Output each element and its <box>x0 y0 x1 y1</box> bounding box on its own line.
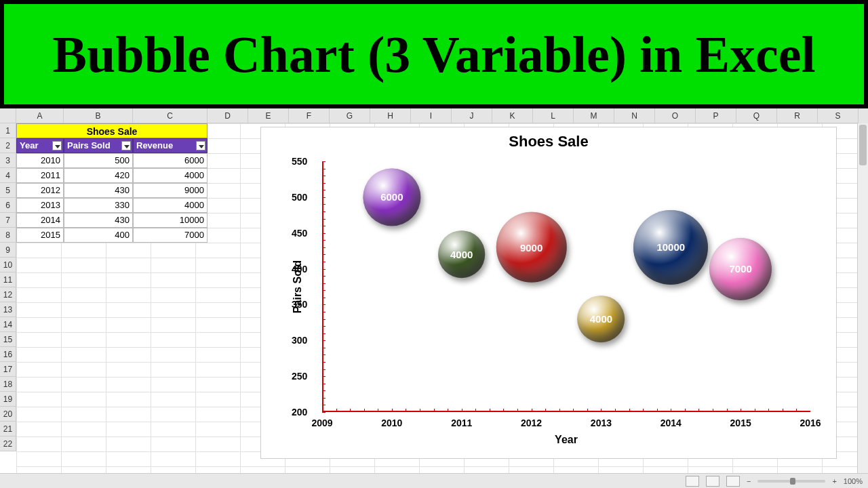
column-header[interactable]: B <box>64 108 133 123</box>
cell[interactable]: 9000 <box>133 183 208 198</box>
scroll-thumb[interactable] <box>859 125 867 165</box>
column-header[interactable]: P <box>696 108 736 123</box>
bubble-point[interactable]: 7000 <box>709 238 772 300</box>
row-header[interactable]: 4 <box>0 168 16 183</box>
zoom-out-button[interactable]: − <box>747 477 751 485</box>
cell[interactable]: 4000 <box>133 198 208 213</box>
cell[interactable]: 4000 <box>133 168 208 183</box>
cell[interactable]: 6000 <box>133 153 208 168</box>
x-minor-tick <box>713 409 713 412</box>
row-header[interactable]: 9 <box>0 243 16 258</box>
row-header[interactable]: 20 <box>0 407 16 422</box>
cell[interactable]: 2015 <box>16 228 64 243</box>
header-revenue[interactable]: Revenue <box>133 138 208 153</box>
cell-grid[interactable]: Shoes Sale Year Pairs Sold Revenue 20105… <box>16 123 868 473</box>
select-all-corner[interactable] <box>0 108 16 123</box>
y-minor-tick <box>322 348 326 348</box>
y-tick-label: 400 <box>292 264 307 274</box>
bubble-point[interactable]: 4000 <box>578 296 625 343</box>
zoom-slider-thumb[interactable] <box>790 478 795 485</box>
x-minor-tick <box>406 409 406 412</box>
column-header[interactable]: C <box>133 108 208 123</box>
column-header[interactable]: H <box>370 108 411 123</box>
filter-dropdown-icon[interactable] <box>121 141 131 150</box>
y-minor-tick <box>322 254 326 255</box>
x-minor-tick <box>336 409 337 412</box>
column-header[interactable]: O <box>655 108 696 123</box>
column-header[interactable]: J <box>452 108 492 123</box>
row-header[interactable]: 1 <box>0 123 16 138</box>
row-header[interactable]: 7 <box>0 213 16 228</box>
cell[interactable]: 2010 <box>16 153 64 168</box>
column-header[interactable]: L <box>533 108 574 123</box>
bubble-point[interactable]: 6000 <box>363 168 420 226</box>
row-header[interactable]: 10 <box>0 258 16 272</box>
header-pairs-sold[interactable]: Pairs Sold <box>64 138 133 153</box>
row-header[interactable]: 15 <box>0 332 16 347</box>
filter-dropdown-icon[interactable] <box>52 141 62 150</box>
view-normal-icon[interactable] <box>686 476 699 487</box>
column-header[interactable]: I <box>411 108 452 123</box>
zoom-in-button[interactable]: + <box>832 477 836 485</box>
table-title-cell[interactable]: Shoes Sale <box>16 123 208 138</box>
cell[interactable]: 430 <box>64 183 133 198</box>
cell[interactable]: 2012 <box>16 183 64 198</box>
column-header[interactable]: E <box>248 108 289 123</box>
zoom-level[interactable]: 100% <box>844 477 863 485</box>
bubble-point[interactable]: 4000 <box>438 231 486 279</box>
y-minor-tick <box>322 405 326 405</box>
cell[interactable]: 420 <box>64 168 133 183</box>
column-header[interactable]: K <box>492 108 533 123</box>
view-page-layout-icon[interactable] <box>706 476 719 487</box>
row-header[interactable]: 5 <box>0 183 16 198</box>
view-page-break-icon[interactable] <box>726 476 740 487</box>
cell[interactable]: 10000 <box>133 213 208 228</box>
filter-dropdown-icon[interactable] <box>196 141 205 150</box>
column-header[interactable]: R <box>777 108 818 123</box>
row-header[interactable]: 11 <box>0 272 16 287</box>
row-header[interactable]: 22 <box>0 436 16 451</box>
y-minor-tick <box>322 304 326 305</box>
row-header[interactable]: 19 <box>0 392 16 407</box>
cell[interactable]: 430 <box>64 213 133 228</box>
cell[interactable]: 500 <box>64 153 133 168</box>
table-row: 20114204000 <box>16 168 208 183</box>
column-header[interactable]: M <box>574 108 614 123</box>
row-header[interactable]: 17 <box>0 362 16 377</box>
bubble-chart[interactable]: Shoes Sale Year Pairs Sold 2002503003504… <box>260 127 837 459</box>
row-header[interactable]: 13 <box>0 302 16 317</box>
column-header[interactable]: F <box>289 108 330 123</box>
cell[interactable]: 2014 <box>16 213 64 228</box>
plot-area: Year Pairs Sold 200250300350400450500550… <box>322 161 810 412</box>
y-minor-tick <box>322 354 326 355</box>
row-header[interactable]: 18 <box>0 377 16 392</box>
row-header[interactable]: 16 <box>0 347 16 362</box>
column-header[interactable]: N <box>614 108 655 123</box>
column-header[interactable]: G <box>330 108 370 123</box>
cell[interactable]: 400 <box>64 228 133 243</box>
header-year[interactable]: Year <box>16 138 64 153</box>
column-header[interactable]: Q <box>736 108 777 123</box>
cell[interactable]: 2013 <box>16 198 64 213</box>
row-header[interactable]: 6 <box>0 198 16 213</box>
x-minor-tick <box>796 409 797 412</box>
row-header[interactable]: 3 <box>0 153 16 168</box>
column-header[interactable]: D <box>208 108 248 123</box>
row-header[interactable]: 8 <box>0 228 16 243</box>
row-header[interactable]: 12 <box>0 287 16 302</box>
cell[interactable]: 2011 <box>16 168 64 183</box>
y-minor-tick <box>322 290 326 291</box>
vertical-scrollbar[interactable] <box>857 123 868 473</box>
column-header[interactable]: A <box>16 108 64 123</box>
cell[interactable]: 7000 <box>133 228 208 243</box>
y-minor-tick <box>322 340 326 341</box>
row-header[interactable]: 2 <box>0 138 16 153</box>
row-header[interactable]: 21 <box>0 422 16 436</box>
row-header[interactable]: 14 <box>0 317 16 332</box>
bubble-point[interactable]: 9000 <box>496 212 566 283</box>
bubble-point[interactable]: 10000 <box>633 210 708 285</box>
cell[interactable]: 330 <box>64 198 133 213</box>
y-minor-tick <box>322 204 326 205</box>
zoom-slider[interactable] <box>757 480 825 483</box>
column-header[interactable]: S <box>818 108 859 123</box>
